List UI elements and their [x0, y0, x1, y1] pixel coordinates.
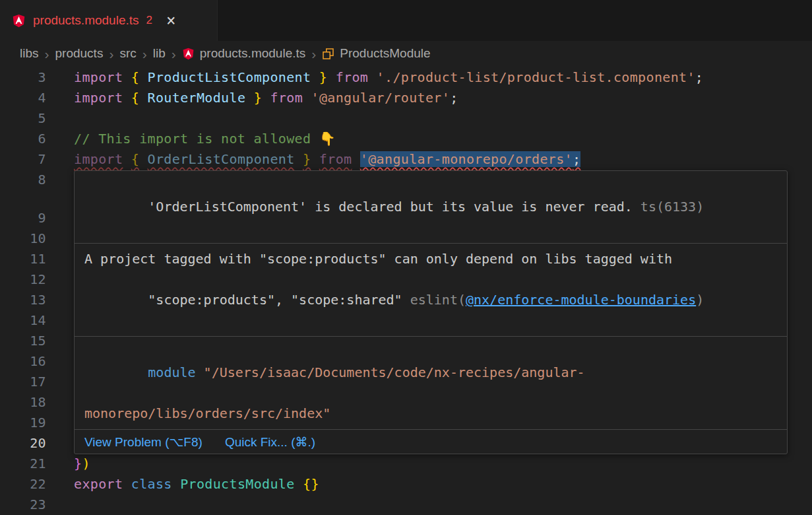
code-token	[123, 151, 131, 167]
code-token: ;	[573, 151, 580, 167]
line-number: 6	[0, 129, 46, 149]
breadcrumb-item-src[interactable]: src	[119, 46, 136, 61]
breadcrumb-separator: ›	[109, 47, 113, 61]
view-problem-link[interactable]: View Problem (⌥F8)	[84, 434, 203, 450]
code-text[interactable]: // This import is not allowed 👇	[74, 129, 336, 149]
tab-title: products.module.ts	[33, 13, 139, 28]
error-squiggle-range: import { OrderListComponent } from '@ang…	[74, 151, 580, 167]
breadcrumb-label: lib	[153, 46, 166, 61]
module-keyword: module	[148, 364, 195, 380]
code-text[interactable]: })	[74, 454, 90, 474]
code-token: }	[254, 90, 262, 106]
line-number: 15	[0, 331, 46, 351]
code-token: export	[74, 476, 123, 492]
code-editor: 'OrderListComponent' is declared but its…	[0, 66, 812, 515]
code-token: import	[74, 69, 123, 85]
code-token: '@angular-monorepo/orders'	[360, 151, 573, 167]
error-hover-widget: 'OrderListComponent' is declared but its…	[74, 170, 788, 454]
code-token	[139, 151, 147, 167]
code-token: ;	[695, 69, 703, 85]
code-token: }	[74, 456, 82, 471]
code-token	[295, 151, 303, 167]
code-token: ;	[450, 90, 458, 106]
line-number: 21	[0, 454, 46, 474]
tab-products-module[interactable]: products.module.ts 2 ×	[0, 0, 218, 41]
close-icon[interactable]: ×	[166, 13, 175, 28]
code-text[interactable]: import { ProductListComponent } from './…	[74, 67, 703, 88]
code-token	[123, 476, 131, 492]
line-number: 13	[0, 290, 46, 310]
breadcrumb-separator: ›	[45, 47, 49, 61]
code-line-23: 23	[0, 495, 812, 515]
code-token: {	[131, 151, 139, 167]
code-text[interactable]: export class ProductsModule {}	[74, 474, 319, 495]
code-token: 👇	[319, 131, 336, 147]
code-token: )	[82, 456, 90, 471]
code-token	[172, 476, 180, 492]
breadcrumb-item-libs[interactable]: libs	[20, 46, 39, 61]
code-token: {}	[303, 476, 319, 492]
breadcrumb-item-file[interactable]: products.module.ts	[182, 46, 306, 61]
line-number: 20	[0, 433, 46, 454]
quick-fix-link[interactable]: Quick Fix... (⌘.)	[225, 434, 315, 450]
code-token	[139, 69, 147, 85]
line-number: 3	[0, 67, 46, 88]
code-token: ProductsModule	[180, 476, 294, 492]
eslint-rule-link[interactable]: @nx/enforce-module-boundaries	[466, 292, 696, 308]
line-number: 23	[0, 495, 46, 515]
line-number: 5	[0, 108, 46, 129]
code-token	[262, 90, 270, 106]
line-number: 7	[0, 149, 46, 170]
code-token: RouterModule	[148, 90, 246, 106]
code-line-22: 22export class ProductsModule {}	[0, 474, 812, 495]
line-number: 12	[0, 269, 46, 290]
ts-error-message: 'OrderListComponent' is declared but its…	[148, 199, 633, 215]
line-number: 9	[0, 208, 46, 228]
tab-bar: products.module.ts 2 ×	[0, 0, 812, 41]
code-token	[303, 90, 311, 106]
breadcrumb-item-lib[interactable]: lib	[153, 46, 166, 61]
code-line-5: 5	[0, 108, 812, 129]
code-token: import	[74, 151, 123, 167]
code-token	[327, 69, 335, 85]
code-token	[295, 476, 303, 492]
line-number: 11	[0, 249, 46, 269]
code-token: OrderListComponent	[148, 151, 295, 167]
angular-icon	[12, 14, 26, 28]
line-number: 8	[0, 170, 46, 190]
breadcrumb-item-symbol[interactable]: ProductsModule	[322, 46, 430, 61]
code-token: }	[303, 151, 311, 167]
code-token	[368, 69, 376, 85]
code-token	[311, 69, 319, 85]
breadcrumb: libs › products › src › lib › products.m…	[0, 41, 812, 66]
breadcrumb-separator: ›	[311, 47, 316, 61]
angular-icon	[182, 48, 195, 60]
breadcrumb-label: ProductsModule	[340, 46, 430, 61]
code-token: import	[74, 90, 123, 106]
code-token: ProductListComponent	[148, 69, 311, 85]
code-token: // This import is not allowed	[74, 131, 319, 147]
code-token	[352, 151, 359, 167]
module-path-line1: "/Users/isaac/Documents/code/nx-recipes/…	[196, 364, 585, 380]
code-line-21: 21})	[0, 454, 812, 474]
code-line-3: 3import { ProductListComponent } from '.…	[0, 67, 812, 88]
eslint-message-line1: A project tagged with "scope:products" c…	[84, 251, 672, 267]
code-text[interactable]: import { OrderListComponent } from '@ang…	[74, 149, 580, 170]
breadcrumb-label: src	[119, 46, 136, 61]
line-number: 17	[0, 372, 46, 392]
breadcrumb-item-products[interactable]: products	[55, 46, 104, 61]
line-number: 16	[0, 351, 46, 372]
code-token: from	[270, 90, 303, 106]
code-text[interactable]: import { RouterModule } from '@angular/r…	[74, 88, 458, 108]
tab-problems-badge: 2	[146, 14, 152, 27]
hover-action-bar: View Problem (⌥F8) Quick Fix... (⌘.)	[75, 429, 787, 454]
module-path-line2: monorepo/libs/orders/src/index"	[84, 405, 330, 421]
code-token	[123, 69, 131, 85]
code-token: {	[131, 69, 139, 85]
eslint-source-close: )	[696, 292, 704, 308]
breadcrumb-separator: ›	[142, 47, 147, 61]
code-token: from	[336, 69, 369, 85]
code-token: '@angular/router'	[311, 90, 450, 106]
code-token: }	[319, 69, 327, 85]
hover-module-info: module "/Users/isaac/Documents/code/nx-r…	[75, 336, 787, 429]
